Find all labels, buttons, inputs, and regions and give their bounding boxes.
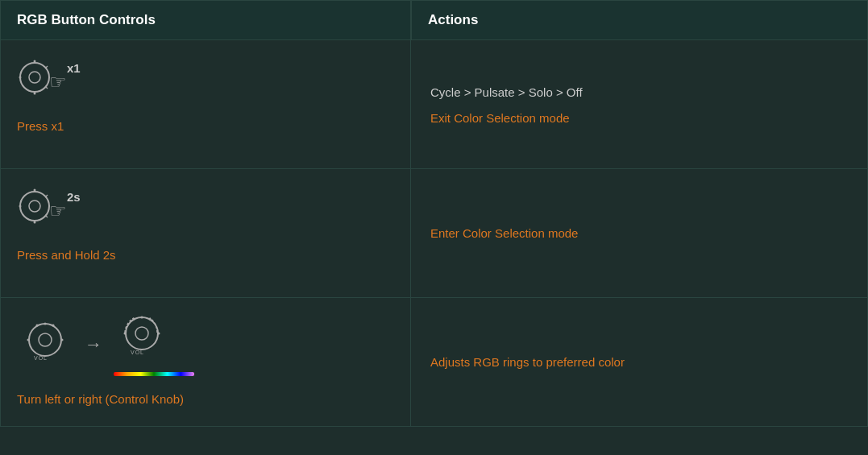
action-secondary-1: Exit Color Selection mode [430,111,848,125]
svg-point-25 [44,322,47,325]
press-x1-icon: ☞ x1 [17,55,89,103]
svg-point-4 [19,77,22,79]
svg-point-13 [19,205,22,208]
svg-point-33 [141,316,143,319]
vol-knob-dest-container: VOL [114,312,194,376]
svg-point-10 [29,201,40,212]
svg-text:☞: ☞ [49,200,67,221]
press-hold-icon: ☞ 2s [17,184,89,232]
svg-point-27 [135,327,148,340]
action-main-1: Cycle > Pulsate > Solo > Off [430,84,848,102]
svg-point-3 [34,93,36,95]
press-hold-label: Press and Hold 2s [17,248,394,262]
svg-line-5 [46,66,48,68]
control-cell-2: ☞ 2s Press and Hold 2s [0,169,411,297]
svg-point-19 [39,333,52,346]
action-secondary-2: Enter Color Selection mode [430,226,848,240]
svg-point-23 [36,324,39,326]
svg-line-14 [46,195,48,196]
table-row: ☞ 2s Press and Hold 2s Enter Color Selec… [0,169,868,298]
rgb-controls-table: RGB Button Controls Actions [0,0,868,427]
svg-point-24 [52,324,55,326]
svg-line-15 [46,216,48,217]
svg-point-22 [61,338,64,341]
action-secondary-3: Adjusts RGB rings to preferred color [430,355,848,369]
svg-line-6 [46,87,48,89]
svg-point-2 [34,60,36,63]
svg-point-29 [124,333,127,335]
control-cell-3: VOL → [0,298,411,426]
svg-point-9 [20,192,49,221]
turn-knob-label: Turn left or right (Control Knob) [17,392,394,406]
svg-point-0 [20,63,49,92]
rainbow-color-bar [114,372,194,376]
press-x1-icon-area: ☞ x1 [17,55,394,103]
svg-point-26 [126,317,158,350]
svg-text:2s: 2s [67,190,81,204]
svg-text:☞: ☞ [49,71,67,93]
table-header: RGB Button Controls Actions [0,0,868,40]
svg-point-31 [133,318,135,321]
vol-knob-dest-icon: VOL [114,312,178,367]
col1-header: RGB Button Controls [0,0,411,40]
svg-point-32 [149,318,152,321]
action-cell-3: Adjusts RGB rings to preferred color [411,298,868,426]
svg-point-12 [34,221,36,224]
svg-point-1 [29,72,40,83]
svg-point-18 [29,324,61,356]
table-row: VOL → [0,298,868,427]
press-x1-label: Press x1 [17,119,394,133]
press-hold-icon-area: ☞ 2s [17,184,394,232]
svg-point-21 [27,338,30,341]
action-cell-2: Enter Color Selection mode [411,169,868,297]
svg-point-11 [34,189,36,192]
arrow-right-icon: → [85,334,102,355]
col2-header: Actions [411,0,868,40]
vol-knob-source-icon: VOL [17,320,73,370]
svg-point-30 [158,333,160,335]
action-cell-1: Cycle > Pulsate > Solo > Off Exit Color … [411,40,868,168]
turn-knob-icon-area: VOL → [17,312,394,376]
svg-text:VOL: VOL [34,355,48,361]
table-row: ☞ x1 Press x1 Cycle > Pulsate > Solo > O… [0,40,868,169]
svg-text:VOL: VOL [131,350,144,355]
control-cell-1: ☞ x1 Press x1 [0,40,411,168]
svg-text:x1: x1 [67,61,81,75]
